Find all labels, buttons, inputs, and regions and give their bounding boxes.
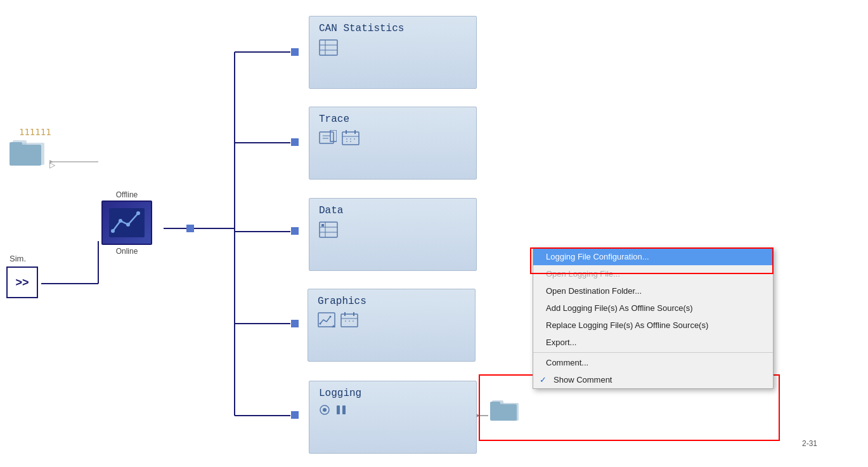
- svg-point-47: [330, 316, 332, 318]
- module-trace[interactable]: Trace: [309, 107, 477, 180]
- folder-arrow: ▷: [49, 161, 55, 169]
- module-data[interactable]: Data: [309, 198, 477, 271]
- sim-box: >>: [6, 266, 38, 298]
- menu-item-open-logging-file[interactable]: Open Logging File...: [533, 265, 773, 282]
- menu-item-open-destination-folder[interactable]: Open Destination Folder...: [533, 282, 773, 299]
- module-logging[interactable]: Logging: [309, 381, 477, 454]
- svg-rect-63: [490, 402, 500, 407]
- svg-point-57: [323, 408, 327, 412]
- sim-label: Sim.: [10, 254, 26, 263]
- online-icon: [101, 201, 152, 245]
- module-icons-trace: [319, 130, 467, 145]
- svg-point-46: [320, 323, 321, 325]
- svg-point-21: [126, 223, 130, 227]
- module-graphics[interactable]: Graphics: [308, 289, 476, 362]
- connector-can-stats: [291, 48, 299, 56]
- svg-rect-49: [341, 314, 358, 327]
- module-icons-graphics: [318, 312, 465, 327]
- module-icons-can-statistics: [319, 39, 467, 56]
- connector-trace: [291, 138, 299, 146]
- svg-rect-45: [318, 313, 335, 327]
- context-menu: Logging File Configuration... Open Loggi…: [533, 247, 774, 389]
- folder-icon: [10, 136, 48, 171]
- svg-rect-59: [342, 405, 346, 414]
- offline-label: Offline: [116, 190, 138, 199]
- connector-data: [291, 227, 299, 235]
- show-comment-label: Show Comment: [554, 375, 612, 385]
- menu-separator: [533, 352, 773, 353]
- menu-item-show-comment[interactable]: ✓ Show Comment: [533, 371, 773, 388]
- svg-point-20: [119, 219, 122, 223]
- menu-item-logging-file-config[interactable]: Logging File Configuration...: [533, 248, 773, 265]
- module-icons-data: [319, 221, 467, 238]
- menu-item-replace-logging-files[interactable]: Replace Logging File(s) As Offline Sourc…: [533, 317, 773, 334]
- module-icons-logging: [319, 404, 467, 416]
- svg-rect-31: [342, 132, 359, 145]
- module-title-trace: Trace: [319, 114, 467, 125]
- svg-point-19: [111, 229, 115, 233]
- module-title-data: Data: [319, 205, 467, 216]
- page-number: 2-31: [802, 439, 817, 448]
- connector-online-out: [186, 225, 194, 232]
- logging-folder-icon: [490, 398, 522, 426]
- online-node: Offline Online: [95, 190, 159, 260]
- show-comment-check: ✓: [540, 375, 550, 385]
- module-title-logging: Logging: [319, 388, 467, 399]
- menu-item-export[interactable]: Export...: [533, 334, 773, 351]
- connector-logging: [291, 411, 299, 419]
- online-label: Online: [116, 247, 138, 256]
- connector-graphics: [291, 320, 299, 327]
- svg-rect-44: [321, 224, 324, 227]
- module-title-can-statistics: CAN Statistics: [319, 23, 467, 34]
- menu-item-add-logging-files[interactable]: Add Logging File(s) As Offline Source(s): [533, 299, 773, 317]
- module-can-statistics[interactable]: CAN Statistics: [309, 16, 477, 89]
- hex-label: 111111: [19, 127, 51, 137]
- module-title-graphics: Graphics: [318, 296, 465, 307]
- svg-rect-17: [10, 142, 22, 147]
- svg-rect-23: [320, 40, 337, 55]
- menu-item-comment[interactable]: Comment...: [533, 354, 773, 371]
- svg-rect-58: [337, 405, 340, 414]
- svg-point-22: [136, 211, 140, 215]
- svg-rect-16: [10, 145, 41, 166]
